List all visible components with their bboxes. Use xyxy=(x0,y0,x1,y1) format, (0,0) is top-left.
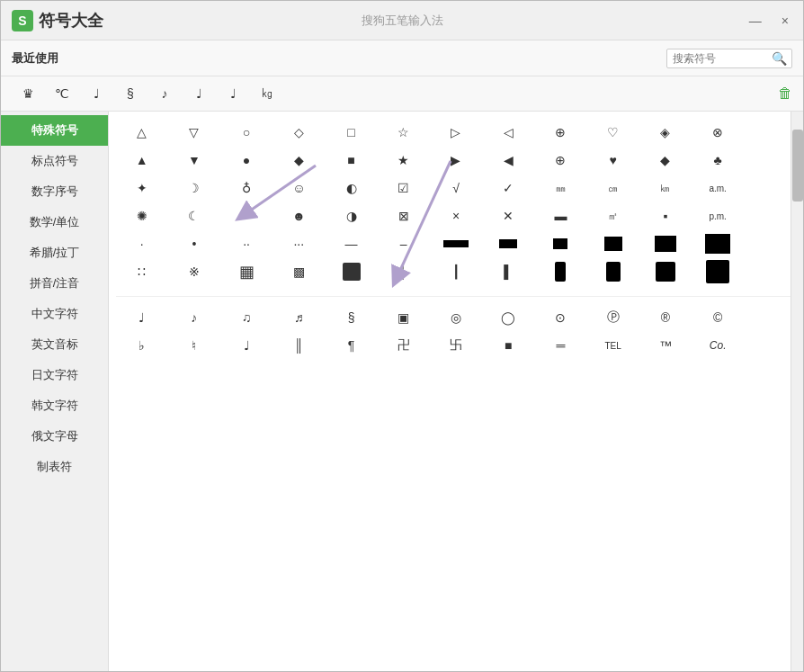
sym-square-filled[interactable]: ■ xyxy=(326,147,377,174)
sym-right-tri-filled[interactable]: ▶ xyxy=(430,147,481,174)
sym-checkbox[interactable]: ☑ xyxy=(378,175,429,202)
sym-crescent2[interactable]: ☾ xyxy=(168,202,219,229)
sym-en-dash[interactable]: – xyxy=(378,230,429,257)
sym-diamond-outline[interactable]: ◇ xyxy=(273,119,325,146)
sidebar-item-greek[interactable]: 希腊/拉丁 xyxy=(1,237,108,268)
sym-bullseye[interactable]: ◎ xyxy=(430,304,481,331)
sym-mm[interactable]: ㎜ xyxy=(535,175,586,202)
sym-big-block[interactable] xyxy=(656,262,675,282)
sym-small-rect[interactable]: ■ xyxy=(483,332,534,359)
sym-left-tri-filled[interactable]: ◀ xyxy=(483,147,534,174)
sym-small-square[interactable]: ▪ xyxy=(639,202,691,229)
sym-dark-shade[interactable]: ▩ xyxy=(273,258,325,285)
sym-diamond-filled[interactable]: ◆ xyxy=(273,147,325,174)
sym-heart-outline[interactable]: ♡ xyxy=(587,119,639,146)
sym-down-triangle-outline[interactable]: ▽ xyxy=(168,119,219,146)
sidebar-item-russian[interactable]: 俄文字母 xyxy=(1,421,108,452)
sym-dot2[interactable]: • xyxy=(168,230,219,257)
sym-rect4[interactable] xyxy=(553,238,567,249)
sym-smiley[interactable]: ☺ xyxy=(273,175,325,202)
sym-sqrt[interactable]: √ xyxy=(430,175,481,202)
sym-half-circle-right[interactable]: ◑ xyxy=(326,202,377,229)
recent-symbol-3[interactable]: § xyxy=(114,80,147,107)
minimize-button[interactable]: — xyxy=(746,13,765,29)
sym-large-circle[interactable]: ◯ xyxy=(483,304,534,331)
sym-xbox[interactable]: ⊠ xyxy=(378,202,429,229)
sym-sparkle[interactable]: ✦ xyxy=(116,175,167,202)
sym-eighth-note[interactable]: ♪ xyxy=(168,304,219,331)
sym-km[interactable]: ㎞ xyxy=(639,175,691,202)
sym-down-triangle-filled[interactable]: ▼ xyxy=(168,147,219,174)
sym-swastika-left[interactable]: 卍 xyxy=(378,332,429,359)
sym-right-block[interactable] xyxy=(606,262,621,282)
sym-right-tri-outline[interactable]: ▷ xyxy=(430,119,481,146)
sym-beamed-notes[interactable]: ♫ xyxy=(220,304,272,331)
scrollbar-thumb[interactable] xyxy=(792,130,803,202)
sidebar-item-math[interactable]: 数学/单位 xyxy=(1,207,108,237)
sym-triangle-outline[interactable]: △ xyxy=(116,119,167,146)
sym-diamond2-outline[interactable]: ◈ xyxy=(639,119,691,146)
sym-left-block2[interactable] xyxy=(555,262,566,282)
sym-earth[interactable]: ♁ xyxy=(220,175,272,202)
scrollbar[interactable] xyxy=(791,112,803,671)
search-input[interactable] xyxy=(673,52,772,65)
sym-square-outline[interactable]: □ xyxy=(326,119,377,146)
sym-male[interactable]: ♂ xyxy=(220,202,272,229)
sym-circle-plus[interactable]: ⊕ xyxy=(535,147,586,174)
sym-circle-outline[interactable]: ○ xyxy=(220,119,272,146)
sym-rect3[interactable] xyxy=(499,239,517,248)
sym-cm[interactable]: ㎝ xyxy=(587,175,639,202)
sym-left-tri-outline[interactable]: ◁ xyxy=(483,119,534,146)
sym-p-circle[interactable]: Ⓟ xyxy=(587,304,639,331)
sym-co[interactable]: Co. xyxy=(692,332,744,359)
sym-section[interactable]: § xyxy=(326,304,377,331)
sidebar-item-table[interactable]: 制表符 xyxy=(1,452,108,482)
clear-recent-icon[interactable]: 🗑 xyxy=(778,85,792,102)
sym-pm[interactable]: p.m. xyxy=(692,202,744,229)
sym-rect6[interactable] xyxy=(655,236,676,252)
sym-note2[interactable]: ♩ xyxy=(220,332,272,359)
sym-otimes[interactable]: ⊗ xyxy=(692,119,744,146)
sym-rect2[interactable] xyxy=(443,240,469,247)
sym-three-dots[interactable]: ··· xyxy=(273,230,325,257)
sym-check[interactable]: ✓ xyxy=(483,175,534,202)
sym-rect7[interactable] xyxy=(705,234,730,254)
recent-symbol-6[interactable]: ♩ xyxy=(217,80,249,107)
sym-full-block[interactable] xyxy=(343,263,361,281)
sym-vert-bar[interactable]: │ xyxy=(378,258,429,285)
sym-star-filled[interactable]: ★ xyxy=(378,147,429,174)
sym-heart-filled[interactable]: ♥ xyxy=(587,147,639,174)
sym-em-dash[interactable]: — xyxy=(326,230,377,257)
sym-big-block2[interactable] xyxy=(706,260,729,283)
sym-diamond-filled2[interactable]: ◆ xyxy=(639,147,691,174)
sym-crescent[interactable]: ☽ xyxy=(168,175,219,202)
recent-symbol-2[interactable]: ♩ xyxy=(80,80,112,107)
sym-four-dots[interactable]: ∷ xyxy=(116,258,167,285)
close-button[interactable]: × xyxy=(778,13,792,29)
sym-circle-dot[interactable]: ⊙ xyxy=(535,304,586,331)
sym-oplus[interactable]: ⊕ xyxy=(535,119,586,146)
recent-symbol-5[interactable]: ♩ xyxy=(183,80,215,107)
sym-sun[interactable]: ✺ xyxy=(116,202,167,229)
sym-cross[interactable]: × xyxy=(430,202,481,229)
sidebar-item-numbers[interactable]: 数字序号 xyxy=(1,176,108,207)
sym-smiley2[interactable]: ☻ xyxy=(273,202,325,229)
recent-symbol-1[interactable]: ℃ xyxy=(46,80,78,107)
sidebar-item-phonetic[interactable]: 英文音标 xyxy=(1,329,108,360)
sym-half-circle-left[interactable]: ◐ xyxy=(326,175,377,202)
recent-symbol-4[interactable]: ♪ xyxy=(148,80,181,107)
sym-two-dots[interactable]: ·· xyxy=(220,230,272,257)
sym-quarter-note[interactable]: ♩ xyxy=(116,304,167,331)
sym-flat[interactable]: ♭ xyxy=(116,332,167,359)
sym-rect5[interactable] xyxy=(604,237,622,251)
recent-symbol-7[interactable]: ㎏ xyxy=(251,80,283,107)
sidebar-item-korean[interactable]: 韩文字符 xyxy=(1,390,108,421)
sym-sqm[interactable]: ㎡ xyxy=(587,202,639,229)
sym-xmark[interactable]: ✕ xyxy=(483,202,534,229)
sidebar-item-punctuation[interactable]: 标点符号 xyxy=(1,146,108,176)
sym-registered[interactable]: ® xyxy=(639,304,691,331)
sym-asterisk-star[interactable]: ※ xyxy=(168,258,219,285)
sym-double-bar[interactable]: ║ xyxy=(273,332,325,359)
sym-triangle-filled[interactable]: ▲ xyxy=(116,147,167,174)
sym-tel[interactable]: TEL xyxy=(587,332,639,359)
